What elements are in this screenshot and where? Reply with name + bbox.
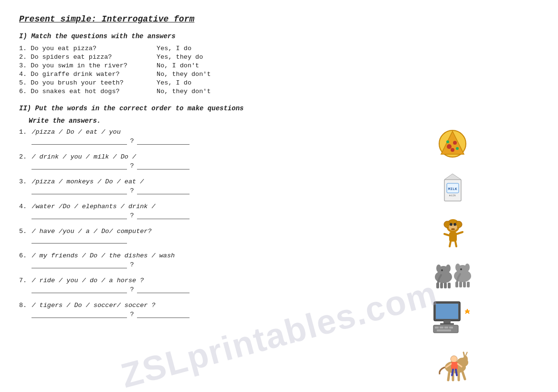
q-mark-7: ? xyxy=(130,286,134,293)
svg-rect-49 xyxy=(449,327,453,328)
q-content-2: / drink / you / milk / Do / ? xyxy=(32,153,222,170)
match-a: No, I don't xyxy=(157,62,199,69)
svg-text:MILK: MILK xyxy=(448,187,457,191)
q-mark-6: ? xyxy=(130,261,134,268)
svg-line-56 xyxy=(465,352,467,356)
short-line-q3[interactable] xyxy=(137,188,190,194)
answer-line-q4[interactable] xyxy=(32,212,127,219)
svg-line-65 xyxy=(452,370,453,375)
q-num-3: 3. xyxy=(19,178,28,185)
svg-line-20 xyxy=(457,232,463,234)
answer-line-q3[interactable] xyxy=(32,188,127,194)
pizza-image xyxy=(437,128,468,161)
milk-image: MILK milk xyxy=(440,170,466,205)
match-q: 6. Do snakes eat hot dogs? xyxy=(19,88,153,95)
match-items-container: 1. Do you eat pizza? Yes, I do 2. Do spi… xyxy=(19,45,539,95)
svg-line-21 xyxy=(450,242,451,246)
q-num-2: 2. xyxy=(19,153,28,160)
short-line-q4[interactable] xyxy=(137,212,190,219)
answer-line-q7[interactable] xyxy=(32,286,127,293)
match-a: Yes, they do xyxy=(157,53,203,61)
svg-rect-38 xyxy=(459,282,462,287)
match-q: 4. Do giraffe drink water? xyxy=(19,71,153,78)
monkey-image xyxy=(439,214,467,249)
horse-image xyxy=(434,346,472,383)
q-words-5: / have /you / a / Do/ computer? xyxy=(32,228,222,235)
question-1: 1. /pizza / Do / eat / you ? xyxy=(19,128,224,145)
svg-rect-18 xyxy=(449,232,457,242)
section-2: II) Put the words in the correct order t… xyxy=(19,105,539,318)
match-a: No, they don't xyxy=(157,88,211,95)
svg-rect-30 xyxy=(444,283,447,288)
answer-line-q5[interactable] xyxy=(32,237,127,244)
svg-rect-37 xyxy=(455,282,458,287)
q-mark-2: ? xyxy=(130,162,134,170)
question-2: 2. / drink / you / milk / Do / ? xyxy=(19,153,224,170)
section-2-heading: II) Put the words in the correct order t… xyxy=(19,105,539,112)
list-item: 3. Do you swim in the river? No, I don't xyxy=(19,62,539,69)
short-line-q7[interactable] xyxy=(137,286,190,293)
svg-rect-28 xyxy=(436,283,439,288)
match-q: 5. Do you brush your teeth? xyxy=(19,79,153,86)
question-8: 8. / tigers / Do / soccer/ soccer ? ? xyxy=(19,302,224,318)
list-item: 4. Do giraffe drink water? No, they don'… xyxy=(19,71,539,78)
q-words-7: / ride / you / do / a horse ? xyxy=(32,277,222,284)
answer-line-q6[interactable] xyxy=(32,262,127,268)
q-words-6: / my friends / Do / the dishes / wash xyxy=(32,252,222,259)
q-num-1: 1. xyxy=(19,128,28,136)
question-4: 4. /water /Do / elephants / drink / ? xyxy=(19,203,224,219)
short-line-q1[interactable] xyxy=(137,138,190,145)
q-words-1: /pizza / Do / eat / you xyxy=(32,128,222,136)
q-words-8: / tigers / Do / soccer/ soccer ? xyxy=(32,302,222,309)
svg-rect-45 xyxy=(433,325,458,333)
svg-point-25 xyxy=(436,265,441,272)
q-mark-1: ? xyxy=(130,138,134,145)
images-column: MILK milk xyxy=(424,128,482,392)
q-content-4: /water /Do / elephants / drink / ? xyxy=(32,203,222,219)
q-lines-6: ? xyxy=(32,261,222,268)
svg-point-5 xyxy=(456,147,459,150)
svg-point-4 xyxy=(446,140,449,143)
svg-rect-48 xyxy=(444,327,448,328)
svg-point-1 xyxy=(447,144,452,149)
svg-line-22 xyxy=(455,242,456,246)
q-num-5: 5. xyxy=(19,228,28,235)
computer-image xyxy=(432,299,474,337)
answer-line-q1[interactable] xyxy=(32,138,127,145)
question-3: 3. /pizza / monkeys / Do / eat / ? xyxy=(19,178,224,194)
q-words-2: / drink / you / milk / Do / xyxy=(32,153,222,160)
svg-rect-44 xyxy=(440,323,454,325)
short-line-q8[interactable] xyxy=(137,311,190,318)
list-item: 6. Do snakes eat hot dogs? No, they don'… xyxy=(19,88,539,95)
question-7: 7. / ride / you / do / a horse ? ? xyxy=(19,277,224,293)
list-item: 5. Do you brush your teeth? Yes, I do xyxy=(19,79,539,86)
svg-point-27 xyxy=(441,269,443,271)
svg-rect-62 xyxy=(451,362,458,370)
answer-line-q8[interactable] xyxy=(32,311,127,318)
svg-point-34 xyxy=(455,264,460,271)
svg-line-19 xyxy=(444,234,449,235)
svg-marker-51 xyxy=(465,309,470,314)
match-a: Yes, I do xyxy=(157,45,191,52)
svg-rect-43 xyxy=(443,320,451,323)
svg-point-2 xyxy=(453,141,457,145)
svg-point-61 xyxy=(451,356,457,362)
short-line-q2[interactable] xyxy=(137,163,190,170)
q-num-4: 4. xyxy=(19,203,28,210)
svg-marker-7 xyxy=(444,174,461,180)
svg-text:milk: milk xyxy=(449,194,456,197)
q-lines-1: ? xyxy=(32,138,222,145)
q-num-6: 6. xyxy=(19,252,28,259)
list-item: 1. Do you eat pizza? Yes, I do xyxy=(19,45,539,52)
q-lines-8: ? xyxy=(32,311,222,318)
svg-rect-29 xyxy=(440,283,443,288)
q-content-6: / my friends / Do / the dishes / wash ? xyxy=(32,252,222,268)
q-content-5: / have /you / a / Do/ computer? xyxy=(32,228,222,244)
svg-point-35 xyxy=(465,264,470,271)
svg-rect-47 xyxy=(440,327,443,328)
page-title: Present simple: Interrogative form xyxy=(19,14,539,24)
q-content-3: /pizza / monkeys / Do / eat / ? xyxy=(32,178,222,194)
answer-line-q2[interactable] xyxy=(32,163,127,170)
match-q: 2. Do spiders eat pizza? xyxy=(19,53,153,61)
q-lines-7: ? xyxy=(32,286,222,293)
